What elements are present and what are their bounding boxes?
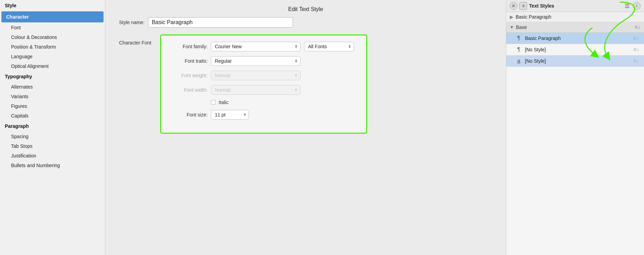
sidebar-item-justification[interactable]: Justification	[0, 151, 105, 161]
form-area: Style name: Character Font Font family: …	[105, 17, 506, 139]
dialog-title: Edit Text Style	[105, 0, 506, 17]
panel-info-button[interactable]: i	[633, 2, 641, 10]
font-weight-select-wrap: Normal ▼	[211, 71, 301, 80]
sidebar-item-character[interactable]: Character	[1, 11, 104, 22]
base-section-menu-icon[interactable]: ≡↓	[635, 24, 641, 30]
style-list: ¶Basic Paragraph≡↓¶[No Style]≡↓a[No Styl…	[506, 33, 644, 67]
sidebar-item-position-transform[interactable]: Position & Transform	[0, 42, 105, 52]
font-traits-label: Font traits:	[169, 58, 207, 64]
font-traits-row: Font traits: Regular ⬍	[169, 56, 358, 66]
sidebar-item-typography[interactable]: Typography	[0, 71, 105, 82]
sidebar-item-colour-decorations[interactable]: Colour & Decorations	[0, 32, 105, 42]
font-box: Font family: Courier New ⬍ All Fonts ⬍	[160, 34, 367, 134]
panel-menu-button[interactable]: ☰	[623, 2, 631, 10]
style-item-name-no-style-2: [No Style]	[525, 58, 631, 64]
font-collection-select-wrap: All Fonts ⬍	[304, 42, 354, 51]
style-icon-no-style-2: a	[515, 58, 522, 64]
font-traits-select-wrap: Regular ⬍	[211, 56, 301, 66]
font-size-label: Font size:	[169, 112, 207, 118]
base-section-header[interactable]: ▼ Base ≡↓	[506, 22, 644, 33]
sidebar-item-figures[interactable]: Figures	[0, 101, 105, 111]
sidebar-item-font[interactable]: Font	[0, 23, 105, 32]
main-content: Edit Text Style Style name: Character Fo…	[105, 0, 506, 255]
sidebar: StyleCharacterFontColour & DecorationsPo…	[0, 0, 105, 255]
font-weight-select[interactable]: Normal	[211, 71, 301, 80]
style-name-row: Style name:	[119, 17, 492, 28]
font-width-row: Font width: Normal ▼	[169, 85, 358, 95]
font-width-label: Font width:	[169, 87, 207, 93]
panel-collapse-arrow-icon[interactable]: ▶	[510, 14, 514, 20]
font-size-input-wrap: ▼	[211, 110, 249, 120]
style-item-menu-basic-paragraph[interactable]: ≡↓	[633, 35, 639, 41]
font-collection-select[interactable]: All Fonts	[304, 42, 354, 51]
style-list-item-no-style-1[interactable]: ¶[No Style]≡↓	[506, 44, 644, 55]
panel-title: Text Styles	[529, 3, 621, 9]
font-width-select-wrap: Normal ▼	[211, 85, 301, 95]
sidebar-item-tab-stops[interactable]: Tab Stops	[0, 141, 105, 151]
font-size-row: Font size: ▼	[169, 110, 358, 120]
font-weight-row: Font weight: Normal ▼	[169, 71, 358, 80]
sidebar-item-alternates[interactable]: Alternates	[0, 82, 105, 92]
sidebar-item-variants[interactable]: Variants	[0, 92, 105, 101]
style-list-item-basic-paragraph[interactable]: ¶Basic Paragraph≡↓	[506, 33, 644, 44]
sidebar-item-bullets-numbering[interactable]: Bullets and Numbering	[0, 161, 105, 170]
sidebar-item-optical-alignment[interactable]: Optical Alignment	[0, 61, 105, 71]
style-name-input[interactable]	[148, 17, 293, 28]
panel-pause-button[interactable]: ⏸	[519, 2, 527, 10]
font-family-select[interactable]: Courier New	[211, 42, 301, 51]
font-traits-select[interactable]: Regular	[211, 56, 301, 66]
sidebar-item-language[interactable]: Language	[0, 52, 105, 61]
font-size-input[interactable]	[211, 110, 249, 120]
style-icon-basic-paragraph: ¶	[515, 35, 522, 41]
panel-close-button[interactable]: ✕	[510, 2, 517, 10]
right-panel: ✕ ⏸ Text Styles ☰ i ▶ Basic Paragraph ▼ …	[506, 0, 644, 255]
panel-search-text: Basic Paragraph	[516, 14, 641, 20]
char-font-section: Character Font Font family: Courier New …	[119, 34, 492, 134]
style-item-menu-no-style-1[interactable]: ≡↓	[633, 47, 639, 53]
sidebar-item-style[interactable]: Style	[0, 0, 105, 11]
font-weight-label: Font weight:	[169, 73, 207, 78]
style-name-label: Style name:	[119, 20, 145, 25]
base-section-title: Base	[516, 24, 633, 30]
sidebar-item-paragraph[interactable]: Paragraph	[0, 121, 105, 132]
font-family-select-wrap: Courier New ⬍	[211, 42, 301, 51]
font-family-row: Font family: Courier New ⬍ All Fonts ⬍	[169, 42, 358, 51]
right-panel-header: ✕ ⏸ Text Styles ☰ i	[506, 0, 644, 12]
italic-label: Italic	[218, 100, 228, 105]
italic-checkbox[interactable]	[211, 100, 216, 105]
style-icon-no-style-1: ¶	[515, 47, 522, 53]
font-family-label: Font family:	[169, 44, 207, 49]
char-font-label: Character Font	[119, 34, 151, 130]
style-list-item-no-style-2[interactable]: a[No Style]≡↓	[506, 55, 644, 67]
style-item-menu-no-style-2[interactable]: ≡↓	[633, 58, 639, 64]
italic-row: Italic	[211, 100, 358, 105]
base-section-arrow-icon: ▼	[510, 25, 514, 30]
sidebar-item-capitals[interactable]: Capitals	[0, 111, 105, 121]
font-width-select[interactable]: Normal	[211, 85, 301, 95]
panel-search-row: ▶ Basic Paragraph	[506, 12, 644, 22]
style-item-name-basic-paragraph: Basic Paragraph	[525, 35, 631, 41]
sidebar-item-spacing[interactable]: Spacing	[0, 132, 105, 141]
style-item-name-no-style-1: [No Style]	[525, 47, 631, 52]
